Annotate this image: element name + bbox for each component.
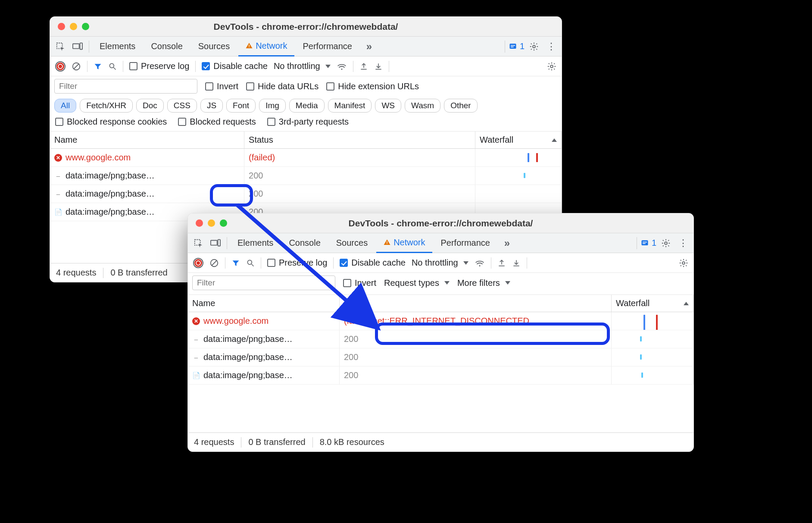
request-status: (failed) — [244, 149, 475, 166]
tab-network[interactable]: Network — [238, 37, 294, 56]
close-window-button[interactable] — [58, 23, 65, 30]
svg-rect-22 — [643, 243, 646, 244]
pill-all[interactable]: All — [54, 99, 76, 113]
filter-toggle-icon[interactable] — [94, 62, 102, 71]
pill-doc[interactable]: Doc — [136, 99, 164, 113]
tab-elements[interactable]: Elements — [93, 37, 142, 56]
import-har-icon[interactable] — [512, 258, 521, 268]
export-har-icon[interactable] — [497, 258, 506, 268]
table-row[interactable]: –data:image/png;base… 200 — [188, 348, 693, 366]
close-window-button[interactable] — [196, 219, 203, 227]
tab-performance[interactable]: Performance — [434, 233, 497, 253]
col-waterfall-label: Waterfall — [480, 135, 513, 145]
network-toolbar: Preserve log Disable cache No throttling — [50, 56, 562, 76]
more-filters-label: More filters — [457, 278, 500, 288]
inspect-icon[interactable] — [191, 238, 206, 248]
network-settings-icon[interactable] — [679, 258, 688, 268]
issues-badge[interactable]: 1 — [640, 238, 656, 248]
title-bar: DevTools - chrome-error://chromewebdata/ — [50, 17, 562, 37]
disable-cache-label: Disable cache — [213, 61, 268, 71]
pill-manifest[interactable]: Manifest — [328, 99, 372, 113]
svg-rect-5 — [509, 44, 516, 49]
request-status: 200 — [244, 167, 475, 185]
waterfall-cell — [480, 167, 557, 185]
pill-font[interactable]: Font — [226, 99, 256, 113]
more-tabs-icon[interactable]: » — [499, 237, 514, 249]
table-row[interactable]: –data:image/png;base… 200 — [50, 167, 562, 185]
pill-media[interactable]: Media — [289, 99, 325, 113]
record-button[interactable] — [193, 258, 203, 268]
svg-rect-2 — [80, 43, 83, 49]
preserve-log-checkbox[interactable]: Preserve log — [129, 61, 189, 71]
issues-count: 1 — [520, 41, 525, 51]
tab-console[interactable]: Console — [144, 37, 189, 56]
inspect-icon[interactable] — [53, 42, 68, 51]
request-name: www.google.com — [66, 153, 131, 163]
separator — [123, 61, 123, 72]
pill-js[interactable]: JS — [200, 99, 223, 113]
network-settings-icon[interactable] — [547, 62, 556, 71]
svg-point-23 — [665, 242, 667, 244]
status-footer: 4 requests 0 B transferred 8.0 kB resour… — [188, 432, 693, 451]
search-icon[interactable] — [108, 62, 117, 71]
record-button[interactable] — [55, 61, 66, 72]
blocked-cookies-checkbox[interactable]: Blocked response cookies — [55, 117, 167, 127]
col-name[interactable]: Name — [50, 132, 244, 148]
col-status[interactable]: Status — [244, 132, 475, 148]
more-filters-dropdown[interactable]: More filters — [457, 278, 510, 288]
network-conditions-icon[interactable] — [337, 62, 347, 71]
waterfall-cell — [480, 149, 557, 166]
pill-fetch-xhr[interactable]: Fetch/XHR — [80, 99, 133, 113]
error-icon — [54, 154, 62, 162]
pill-wasm[interactable]: Wasm — [405, 99, 440, 113]
waterfall-cell — [616, 348, 689, 366]
tab-performance[interactable]: Performance — [296, 37, 359, 56]
col-waterfall[interactable]: Waterfall — [475, 132, 562, 148]
pill-ws[interactable]: WS — [375, 99, 401, 113]
network-conditions-icon[interactable] — [475, 259, 485, 267]
settings-icon[interactable] — [658, 238, 674, 248]
throttling-label: No throttling — [274, 61, 320, 71]
throttling-select[interactable]: No throttling — [274, 61, 331, 71]
settings-icon[interactable] — [526, 42, 542, 51]
issues-icon — [640, 239, 649, 247]
maximize-window-button[interactable] — [82, 23, 89, 30]
svg-rect-16 — [211, 240, 217, 245]
clear-button[interactable] — [72, 62, 81, 71]
separator — [87, 61, 87, 72]
table-row[interactable]: 📄data:image/png;base… 200 — [188, 366, 693, 385]
footer-requests: 4 requests — [194, 437, 234, 447]
throttling-select[interactable]: No throttling — [412, 258, 468, 268]
minimize-window-button[interactable] — [208, 219, 215, 227]
svg-point-11 — [109, 63, 114, 68]
separator — [241, 437, 241, 448]
preserve-log-label: Preserve log — [141, 61, 189, 71]
pill-other[interactable]: Other — [444, 99, 478, 113]
hide-data-urls-checkbox[interactable]: Hide data URLs — [246, 81, 319, 91]
svg-line-10 — [74, 64, 79, 69]
waterfall-cell — [616, 312, 689, 330]
request-name: data:image/png;base… — [203, 370, 293, 380]
tab-sources[interactable]: Sources — [191, 37, 237, 56]
invert-checkbox[interactable]: Invert — [205, 81, 238, 91]
import-har-icon[interactable] — [374, 62, 383, 71]
chevron-down-icon — [444, 281, 450, 285]
minimize-window-button[interactable] — [70, 23, 77, 30]
svg-rect-3 — [249, 45, 250, 47]
request-status: 200 — [340, 348, 612, 366]
col-waterfall[interactable]: Waterfall — [612, 295, 693, 312]
throttling-label: No throttling — [412, 258, 458, 268]
chevron-down-icon — [463, 261, 468, 265]
disable-cache-checkbox[interactable]: Disable cache — [202, 61, 268, 71]
export-har-icon[interactable] — [359, 62, 368, 71]
device-toggle-icon[interactable] — [70, 42, 85, 51]
more-tabs-icon[interactable]: » — [361, 41, 376, 53]
blocked-requests-checkbox[interactable]: Blocked requests — [178, 117, 256, 127]
third-party-checkbox[interactable]: 3rd-party requests — [267, 117, 349, 127]
filter-input[interactable] — [54, 79, 197, 94]
pill-css[interactable]: CSS — [167, 99, 197, 113]
issues-badge[interactable]: 1 — [509, 41, 525, 51]
pill-img[interactable]: Img — [259, 99, 286, 113]
hide-extension-urls-checkbox[interactable]: Hide extension URLs — [326, 81, 419, 91]
table-row[interactable]: www.google.com (failed) — [50, 149, 562, 167]
